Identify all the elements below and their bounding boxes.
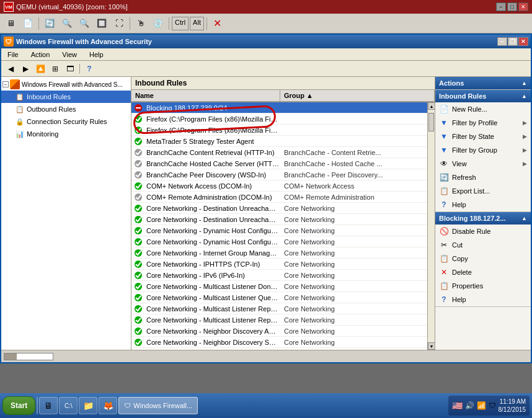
table-row[interactable]: Core Networking - Neighbor Discovery Adv… bbox=[131, 326, 427, 337]
scrollbar-down-button[interactable]: ▼ bbox=[428, 342, 435, 350]
table-row[interactable]: COM+ Remote Administration (DCOM-In)COM+… bbox=[131, 192, 427, 203]
scrollbar-thumb[interactable] bbox=[428, 113, 434, 131]
menu-view[interactable]: View bbox=[58, 50, 81, 60]
mmc-tool-show-hide[interactable]: ⊞ bbox=[48, 63, 62, 75]
qemu-maximize-button[interactable]: □ bbox=[507, 2, 517, 11]
action-delete-label: Delete bbox=[452, 269, 472, 276]
qemu-ctrl-button[interactable]: Ctrl bbox=[172, 17, 188, 30]
table-row[interactable]: Core Networking - Dynamic Host Configura… bbox=[131, 225, 427, 236]
action-refresh[interactable]: 🔄 Refresh bbox=[435, 171, 531, 184]
action-properties-label: Properties bbox=[452, 282, 483, 290]
mmc-tool-forward[interactable]: ▶ bbox=[19, 63, 32, 75]
table-row[interactable]: BranchCache Content Retrieval (HTTP-In)B… bbox=[131, 147, 427, 158]
action-disable-rule[interactable]: 🚫 Disable Rule bbox=[435, 225, 531, 238]
mmc-tool-help[interactable]: ? bbox=[82, 63, 96, 75]
taskbar-show-desktop[interactable]: 🖥 bbox=[39, 397, 58, 414]
rule-group-cell: Core Networking bbox=[282, 205, 427, 212]
tray-network-icon[interactable]: 🔊 bbox=[465, 401, 474, 410]
action-filter-state[interactable]: ▼ Filter by State ▶ bbox=[435, 130, 531, 143]
qemu-tool-open[interactable]: 📄 bbox=[20, 16, 36, 31]
qemu-tool-usb[interactable]: 🖱 bbox=[133, 16, 149, 31]
mmc-tool-new-window[interactable]: 🗖 bbox=[63, 63, 77, 75]
action-cut[interactable]: ✂ Cut bbox=[435, 238, 531, 252]
mmc-restore-button[interactable]: ❐ bbox=[508, 37, 518, 46]
rule-group-cell: Core Networking bbox=[282, 327, 427, 335]
toolbar-separator-2 bbox=[130, 17, 130, 30]
tree-item-root[interactable]: − Windows Firewall with Advanced S... bbox=[1, 78, 131, 91]
qemu-minimize-button[interactable]: − bbox=[496, 2, 506, 11]
table-row[interactable]: Blocking 188.127.239.0/24 bbox=[131, 102, 427, 113]
menu-action[interactable]: Action bbox=[27, 50, 54, 60]
column-header-name[interactable]: Name bbox=[131, 90, 280, 101]
tray-volume-icon[interactable]: 📶 bbox=[477, 401, 486, 410]
table-row[interactable]: Core Networking - Destination Unreachabl… bbox=[131, 214, 427, 225]
action-properties[interactable]: 📋 Properties bbox=[435, 279, 531, 293]
table-row[interactable]: Core Networking - Packet Too Big (ICMPv6… bbox=[131, 348, 427, 350]
table-row[interactable]: Core Networking - Dynamic Host Configura… bbox=[131, 236, 427, 247]
action-view[interactable]: 👁 View ▶ bbox=[435, 157, 531, 171]
qemu-tool-zoom-reset[interactable]: 🔲 bbox=[94, 16, 110, 31]
scrollbar-up-button[interactable]: ▲ bbox=[428, 102, 435, 110]
taskbar-firefox[interactable]: 🦊 bbox=[99, 397, 117, 414]
action-delete[interactable]: ✕ Delete bbox=[435, 265, 531, 279]
mmc-tool-back[interactable]: ◀ bbox=[4, 63, 17, 75]
qemu-tool-zoom-out[interactable]: 🔍 bbox=[59, 16, 75, 31]
table-row[interactable]: Core Networking - Multicast Listener Que… bbox=[131, 292, 427, 303]
qemu-tool-zoom-in[interactable]: 🔍 bbox=[76, 16, 92, 31]
action-export[interactable]: 📋 Export List... bbox=[435, 184, 531, 198]
qemu-tool-stop[interactable]: ✕ bbox=[210, 16, 226, 31]
table-row[interactable]: BranchCache Hosted Cache Server (HTTP-In… bbox=[131, 158, 427, 169]
column-header-group[interactable]: Group ▲ bbox=[280, 90, 435, 101]
action-new-rule[interactable]: 📄 New Rule... bbox=[435, 102, 531, 116]
table-row[interactable]: Core Networking - Internet Group Managem… bbox=[131, 247, 427, 259]
table-row[interactable]: Core Networking - Multicast Listener Don… bbox=[131, 281, 427, 292]
table-row[interactable]: Core Networking - Multicast Listener Rep… bbox=[131, 314, 427, 326]
qemu-tool-refresh[interactable]: 🔄 bbox=[42, 16, 58, 31]
qemu-close-button[interactable]: ✕ bbox=[518, 2, 528, 11]
rules-scrollbar[interactable]: ▲ ▼ bbox=[427, 102, 435, 350]
rules-list[interactable]: Blocking 188.127.239.0/24Firefox (C:\Pro… bbox=[131, 102, 427, 350]
qemu-tool-fullscreen[interactable]: ⛶ bbox=[111, 16, 127, 31]
actions-inbound-header[interactable]: Inbound Rules ▲ bbox=[435, 90, 531, 102]
tree-item-inbound[interactable]: 📋 Inbound Rules bbox=[1, 91, 131, 103]
taskbar-cmd[interactable]: C:\ bbox=[59, 397, 78, 414]
taskbar-folder[interactable]: 📁 bbox=[79, 397, 97, 414]
rule-status-icon bbox=[133, 247, 144, 259]
menu-file[interactable]: File bbox=[4, 50, 22, 60]
tray-security-icon[interactable]: 🛡 bbox=[489, 401, 496, 410]
table-row[interactable]: MetaTrader 5 Strategy Tester Agent bbox=[131, 136, 427, 147]
tree-item-connection[interactable]: 🔒 Connection Security Rules bbox=[1, 115, 131, 128]
mmc-close-button[interactable]: ✕ bbox=[518, 37, 528, 46]
status-scrollbar[interactable] bbox=[4, 353, 53, 360]
mmc-minimize-button[interactable]: − bbox=[497, 37, 507, 46]
start-button[interactable]: Start bbox=[2, 396, 35, 415]
action-help-selected[interactable]: ? Help bbox=[435, 293, 531, 306]
actions-selected-header[interactable]: Blocking 188.127.2... ▲ bbox=[435, 212, 531, 225]
rule-group-cell: Core Networking bbox=[282, 227, 427, 234]
mmc-tool-up[interactable]: 🔼 bbox=[33, 63, 47, 75]
action-filter-group[interactable]: ▼ Filter by Group ▶ bbox=[435, 143, 531, 157]
table-row[interactable]: COM+ Network Access (DCOM-In)COM+ Networ… bbox=[131, 180, 427, 192]
qemu-alt-button[interactable]: Alt bbox=[190, 17, 204, 30]
table-row[interactable]: Firefox (C:\Program Files (x86)\Mozilla … bbox=[131, 125, 427, 136]
mmc-window: 🛡 Windows Firewall with Advanced Securit… bbox=[0, 33, 532, 363]
table-row[interactable]: Core Networking - Multicast Listener Rep… bbox=[131, 303, 427, 314]
table-row[interactable]: Core Networking - Neighbor Discovery Sol… bbox=[131, 337, 427, 348]
table-row[interactable]: Firefox (C:\Program Files (x86)\Mozilla … bbox=[131, 113, 427, 125]
table-row[interactable]: BranchCache Peer Discovery (WSD-In)Branc… bbox=[131, 169, 427, 180]
menu-help[interactable]: Help bbox=[86, 50, 107, 60]
qemu-tool-new[interactable]: 🖥 bbox=[2, 16, 19, 31]
action-copy[interactable]: 📋 Copy bbox=[435, 252, 531, 265]
action-filter-profile[interactable]: ▼ Filter by Profile ▶ bbox=[435, 116, 531, 130]
table-row[interactable]: Core Networking - IPv6 (IPv6-In)Core Net… bbox=[131, 270, 427, 281]
table-row[interactable]: Core Networking - Destination Unreachabl… bbox=[131, 203, 427, 214]
tree-item-monitoring[interactable]: 📊 Monitoring bbox=[1, 128, 131, 140]
taskbar-app-firewall[interactable]: 🛡 Windows Firewall... bbox=[118, 397, 198, 414]
qemu-tool-media[interactable]: 💿 bbox=[150, 16, 166, 31]
tree-expand-root[interactable]: − bbox=[2, 81, 9, 87]
table-row[interactable]: Core Networking - IPHTTPS (TCP-In)Core N… bbox=[131, 259, 427, 270]
mmc-toolbar-sep bbox=[79, 64, 80, 74]
tree-item-outbound[interactable]: 📋 Outbound Rules bbox=[1, 103, 131, 115]
action-help-inbound[interactable]: ? Help bbox=[435, 198, 531, 211]
rule-group-cell: Core Networking bbox=[282, 272, 427, 279]
